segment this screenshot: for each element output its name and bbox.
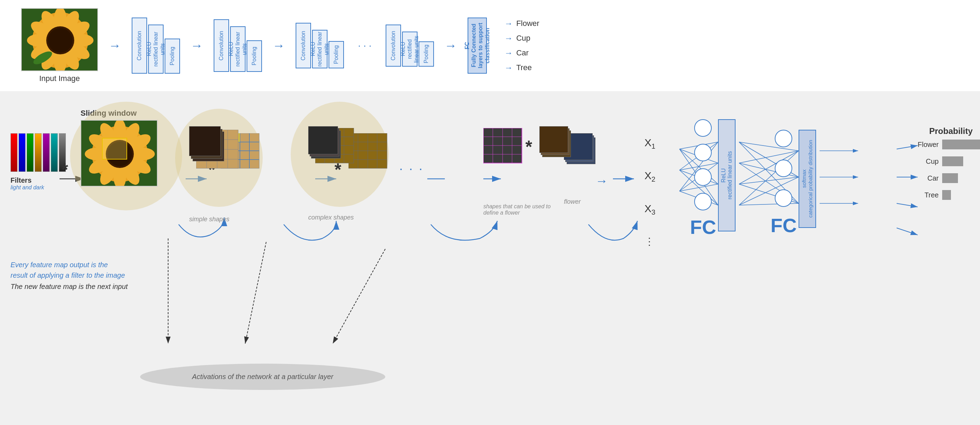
fc-label-top: FCFully Connectedlayers to supportclassi… [464, 23, 491, 69]
relu-label-2: ReLUrectified linear units [228, 27, 248, 71]
output-label-tree: Tree [516, 63, 532, 72]
fc2-container: softmaxcategorical probability distribut… [770, 130, 797, 237]
dots-1: · · · [358, 40, 372, 51]
filters-label-container: Filters light and dark [11, 175, 44, 191]
output-arrow-tree: → [504, 63, 513, 73]
flower-shapes-label: shapes that can be used to define a flow… [484, 203, 554, 216]
arrow-2: → [191, 38, 203, 53]
sliding-window-image [81, 120, 158, 187]
prob-label-cup: Cup [918, 157, 939, 166]
fc-rect: FCFully Connectedlayers to supportclassi… [468, 18, 487, 73]
svg-line-59 [897, 228, 918, 235]
output-car: → Car [504, 48, 539, 58]
fc2-label: FC [770, 214, 797, 237]
flow-dots: · · · [399, 161, 424, 176]
conv-label-3: Convolution [300, 31, 307, 61]
prob-label-tree: Tree [918, 191, 939, 199]
prob-bar-cup [942, 157, 963, 166]
cnn-block-3: Convolution ReLUrectified linear units P… [296, 23, 344, 69]
relu-label-4: ReLUrectified linear units [399, 32, 420, 66]
conv-rect-1: Convolution [132, 18, 147, 73]
annotation-blue: Every feature map output is the result o… [11, 259, 128, 281]
fm-stack-1 [189, 126, 229, 161]
activations-label: Activations of the network at a particul… [192, 373, 333, 381]
x2-node: X2 [644, 170, 655, 184]
prob-bar-tree [942, 190, 951, 200]
filter-green [27, 133, 33, 172]
filters-container: Filters light and dark [11, 133, 66, 191]
arrow-4: → [444, 38, 457, 53]
fc1-node-4 [694, 193, 712, 210]
relu-label-1: ReLUrectified linear units [146, 25, 166, 73]
output-flower: → Flower [504, 19, 539, 29]
relu-rect-4: ReLUrectified linear units [402, 32, 417, 67]
output-label-flower: Flower [516, 19, 539, 28]
fc1-label: FC [690, 216, 716, 238]
prob-label-flower: Flower [918, 141, 939, 149]
prob-bar-car [942, 173, 958, 183]
conv-label-2: Convolution [218, 31, 224, 61]
cnn-block-2: Convolution ReLUrectified linear units P… [214, 19, 262, 72]
probability-container: Probability Flower Cup Car Tree [918, 126, 980, 200]
fc1-container: ReLUrectified linear units FC [690, 119, 716, 238]
relu-rect-1: ReLUrectified linear units [148, 24, 164, 73]
relu-rect-3: ReLUrectified linear units [312, 30, 328, 69]
output-labels: → Flower → Cup → Car → Tree [504, 19, 539, 73]
pool-rect-1: Pooling [165, 38, 180, 73]
fc2-nodes [770, 130, 797, 207]
bottom-section: Filters light and dark * Sliding window [0, 91, 980, 425]
relu-rect-2: ReLUrectified linear units [230, 26, 245, 72]
prob-row-flower: Flower [918, 139, 980, 149]
prob-row-car: Car [918, 173, 980, 183]
filter-red [11, 133, 18, 172]
filter-blue [19, 133, 25, 172]
fm-input-3 [484, 128, 529, 171]
prob-row-tree: Tree [918, 190, 980, 200]
simple-shapes-label: simple shapes [189, 216, 229, 223]
pool-rect-2: Pooling [247, 40, 262, 72]
complex-shapes-label: complex shapes [308, 214, 354, 221]
svg-line-56 [897, 145, 918, 149]
output-label-cup: Cup [516, 34, 530, 43]
filters-strips [11, 133, 66, 172]
x-dots: ⋮ [644, 236, 655, 247]
fc1-node-1 [694, 119, 712, 137]
output-arrow-cup: → [504, 33, 513, 43]
softmax-box: softmaxcategorical probability distribut… [799, 130, 816, 228]
asterisk-4: * [525, 137, 532, 157]
pool-label-4: Pooling [423, 45, 430, 63]
arrow-to-nn: → [595, 174, 608, 188]
arrow-3: → [272, 38, 285, 53]
arrow-1: → [108, 38, 121, 53]
fc2-node-1 [775, 130, 792, 147]
svg-point-15 [48, 28, 73, 53]
conv-label-4: Convolution [390, 31, 396, 61]
input-image [21, 8, 98, 71]
pool-label-3: Pooling [333, 45, 339, 64]
probability-title: Probability [918, 126, 980, 136]
prob-rows: Flower Cup Car Tree [918, 139, 980, 200]
input-image-container: Input Image [21, 8, 98, 83]
feature-maps-2: complex shapes [308, 123, 354, 221]
prob-bar-flower [942, 139, 980, 149]
cnn-block-1: Convolution ReLUrectified linear units P… [132, 18, 180, 73]
conv-rect-4: Convolution [386, 24, 401, 67]
cnn-block-4: Convolution ReLUrectified linear units P… [386, 24, 434, 67]
pool-rect-3: Pooling [329, 41, 344, 69]
x1-node: X1 [644, 137, 655, 150]
feature-maps-3: * shapes that can be used to define a fl… [484, 123, 571, 216]
input-nodes: X1 X2 X3 ⋮ [644, 137, 655, 247]
fc1-node-2 [694, 144, 712, 161]
svg-rect-78 [102, 138, 127, 159]
annotation-container: Every feature map output is the result o… [11, 259, 128, 291]
prob-label-car: Car [918, 174, 939, 182]
activations-ellipse: Activations of the network at a particul… [140, 364, 385, 390]
fc1-nodes [690, 119, 716, 210]
svg-line-22 [333, 249, 385, 344]
feature-maps-1: simple shapes [189, 126, 229, 223]
annotation-line1: Every feature map output is the [11, 261, 108, 268]
filters-sublabel: light and dark [11, 184, 44, 191]
relu-label-bottom: ReLUrectified linear units [721, 151, 733, 200]
conv-rect-2: Convolution [214, 19, 229, 72]
x3-node: X3 [644, 203, 655, 216]
